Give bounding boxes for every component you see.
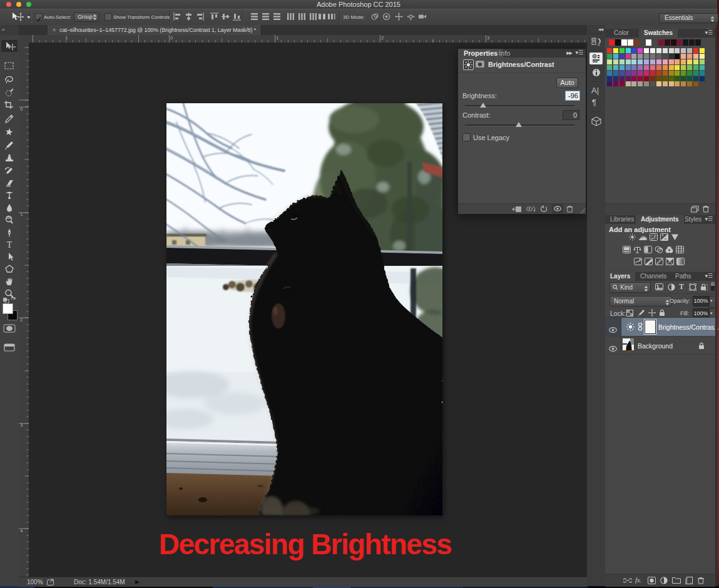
svg-text:T: T [7, 240, 13, 250]
